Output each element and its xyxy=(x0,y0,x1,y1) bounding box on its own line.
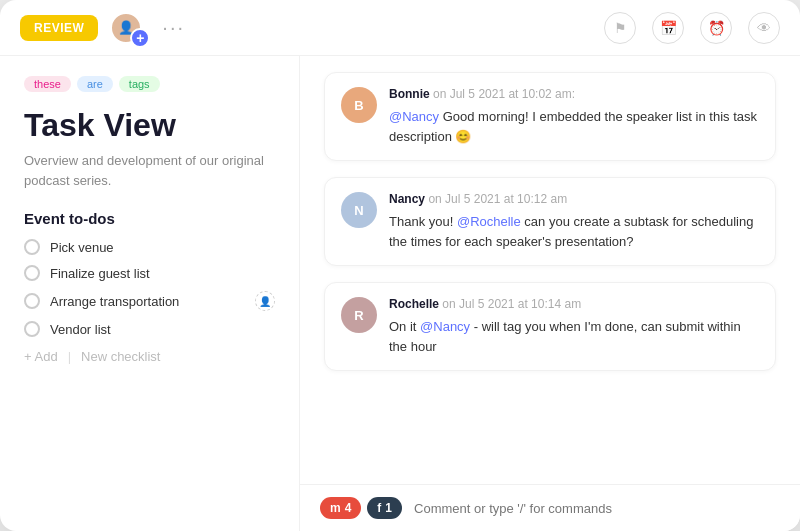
eye-icon[interactable]: 👁 xyxy=(748,12,780,44)
task-title: Task View xyxy=(24,108,275,143)
add-member-button[interactable]: + xyxy=(130,28,150,48)
comment-timestamp: on Jul 5 2021 at 10:02 am: xyxy=(433,87,575,101)
main-body: these are tags Task View Overview and de… xyxy=(0,56,800,531)
badge-m-icon: m xyxy=(330,501,341,515)
more-options-button[interactable]: ··· xyxy=(162,16,185,39)
checkbox[interactable] xyxy=(24,265,40,281)
app-window: REVIEW 👤 + ··· ⚑ 📅 ⏰ 👁 these are tags Ta… xyxy=(0,0,800,531)
checklist: Pick venue Finalize guest list Arrange t… xyxy=(24,239,275,337)
comment-card: N Nancy on Jul 5 2021 at 10:12 am Thank … xyxy=(324,177,776,266)
mention: @Nancy xyxy=(420,319,470,334)
right-panel: B Bonnie on Jul 5 2021 at 10:02 am: @Nan… xyxy=(300,56,800,531)
comment-input[interactable] xyxy=(414,501,780,516)
tag-these[interactable]: these xyxy=(24,76,71,92)
avatar-rochelle: R xyxy=(341,297,377,333)
left-panel: these are tags Task View Overview and de… xyxy=(0,56,300,531)
calendar-icon[interactable]: 📅 xyxy=(652,12,684,44)
clock-icon[interactable]: ⏰ xyxy=(700,12,732,44)
badge-m[interactable]: m 4 xyxy=(320,497,361,519)
add-button[interactable]: + Add xyxy=(24,349,58,364)
avatar-nancy: N xyxy=(341,192,377,228)
badge-f-count: 1 xyxy=(385,501,392,515)
comment-header: Nancy on Jul 5 2021 at 10:12 am xyxy=(389,192,759,206)
mention: @Nancy xyxy=(389,109,439,124)
badge-f-icon: f xyxy=(377,501,381,515)
integration-badges: m 4 f 1 xyxy=(320,497,402,519)
section-title: Event to-dos xyxy=(24,210,275,227)
checkbox[interactable] xyxy=(24,239,40,255)
checklist-label: Finalize guest list xyxy=(50,266,150,281)
comment-author: Nancy xyxy=(389,192,425,206)
divider: | xyxy=(68,349,71,364)
checklist-item: Arrange transportation 👤 xyxy=(24,291,275,311)
avatar-bonnie: B xyxy=(341,87,377,123)
task-description: Overview and development of our original… xyxy=(24,151,275,190)
checkbox[interactable] xyxy=(24,293,40,309)
comment-card: B Bonnie on Jul 5 2021 at 10:02 am: @Nan… xyxy=(324,72,776,161)
tag-are[interactable]: are xyxy=(77,76,113,92)
assign-icon[interactable]: 👤 xyxy=(255,291,275,311)
checklist-item: Finalize guest list xyxy=(24,265,275,281)
new-checklist-button[interactable]: New checklist xyxy=(81,349,160,364)
checklist-label: Vendor list xyxy=(50,322,111,337)
add-row: + Add | New checklist xyxy=(24,349,275,364)
checklist-label: Arrange transportation xyxy=(50,294,179,309)
comment-timestamp: on Jul 5 2021 at 10:12 am xyxy=(428,192,567,206)
checkbox[interactable] xyxy=(24,321,40,337)
comment-text: @Nancy Good morning! I embedded the spea… xyxy=(389,107,759,146)
comment-before: Thank you! xyxy=(389,214,457,229)
top-bar-icons: ⚑ 📅 ⏰ 👁 xyxy=(604,12,780,44)
comment-before: On it xyxy=(389,319,420,334)
comment-author: Rochelle xyxy=(389,297,439,311)
comment-timestamp: on Jul 5 2021 at 10:14 am xyxy=(442,297,581,311)
comment-content: Bonnie on Jul 5 2021 at 10:02 am: @Nancy… xyxy=(389,87,759,146)
comment-input-row: m 4 f 1 xyxy=(300,484,800,531)
comment-text: Thank you! @Rochelle can you create a su… xyxy=(389,212,759,251)
comment-body: Good morning! I embedded the speaker lis… xyxy=(389,109,757,144)
comment-text: On it @Nancy - will tag you when I'm don… xyxy=(389,317,759,356)
tag-tags[interactable]: tags xyxy=(119,76,160,92)
tags-row: these are tags xyxy=(24,76,275,92)
mention: @Rochelle xyxy=(457,214,521,229)
checklist-item: Pick venue xyxy=(24,239,275,255)
comment-header: Bonnie on Jul 5 2021 at 10:02 am: xyxy=(389,87,759,101)
comment-content: Nancy on Jul 5 2021 at 10:12 am Thank yo… xyxy=(389,192,759,251)
comments-area: B Bonnie on Jul 5 2021 at 10:02 am: @Nan… xyxy=(300,56,800,484)
avatar-group: 👤 + xyxy=(110,12,142,44)
comment-header: Rochelle on Jul 5 2021 at 10:14 am xyxy=(389,297,759,311)
comment-card: R Rochelle on Jul 5 2021 at 10:14 am On … xyxy=(324,282,776,371)
comment-content: Rochelle on Jul 5 2021 at 10:14 am On it… xyxy=(389,297,759,356)
badge-m-count: 4 xyxy=(345,501,352,515)
top-bar: REVIEW 👤 + ··· ⚑ 📅 ⏰ 👁 xyxy=(0,0,800,56)
badge-f[interactable]: f 1 xyxy=(367,497,402,519)
review-button[interactable]: REVIEW xyxy=(20,15,98,41)
checklist-label: Pick venue xyxy=(50,240,114,255)
flag-icon[interactable]: ⚑ xyxy=(604,12,636,44)
checklist-item: Vendor list xyxy=(24,321,275,337)
comment-author: Bonnie xyxy=(389,87,430,101)
